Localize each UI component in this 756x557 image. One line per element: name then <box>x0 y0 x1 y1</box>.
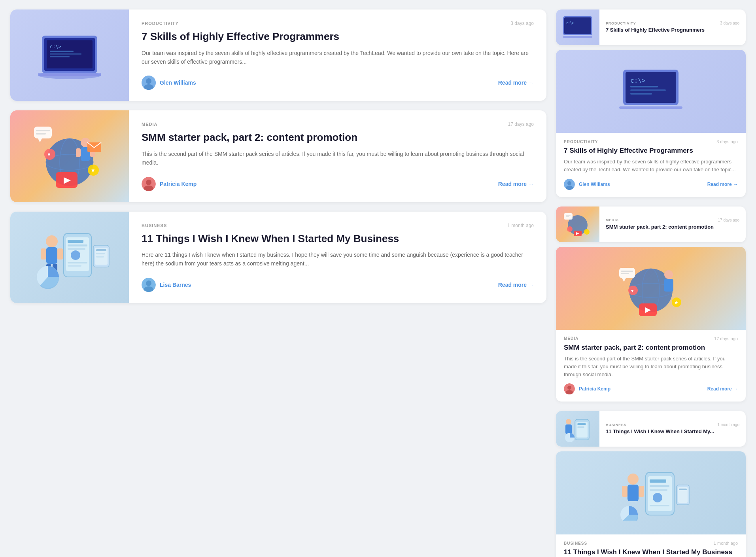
right-card-2-meta: MEDIA 17 days ago <box>606 218 739 222</box>
article-3-category: BUSINESS <box>142 223 167 228</box>
right-card-2-medium-title: SMM starter pack, part 2: content promot… <box>564 343 738 352</box>
svg-rect-24 <box>36 133 46 135</box>
svg-rect-68 <box>619 106 682 109</box>
right-card-1-title: 7 Skills of Highly Effective Programmers <box>606 27 739 34</box>
right-section-2: MEDIA 17 days ago SMM starter pack, part… <box>556 207 746 402</box>
right-card-2-category: MEDIA <box>606 218 619 222</box>
svg-point-114 <box>653 493 662 502</box>
svg-rect-107 <box>622 486 627 497</box>
article-1-title: 7 Skills of Highly Effective Programmers <box>142 30 534 43</box>
right-card-1-horizontal: c:\> PRODUCTIVITY 3 days ago 7 Skills of… <box>556 9 746 45</box>
article-3-author-name[interactable]: Lisa Barnes <box>160 282 191 288</box>
right-card-3-medium-content: BUSINESS 1 month ago 11 Things I Wish I … <box>556 534 746 557</box>
right-card-2-title: SMM starter pack, part 2: content promot… <box>606 224 739 231</box>
article-2-meta: MEDIA 17 days ago <box>142 121 534 127</box>
right-card-2-medium-avatar <box>564 383 575 394</box>
right-card-3-medium-title: 11 Things I Wish I Knew When I Started M… <box>564 548 738 556</box>
right-card-3-content: BUSINESS 1 month ago 11 Things I Wish I … <box>599 418 746 440</box>
right-card-2-medium-meta: MEDIA 17 days ago <box>564 336 738 341</box>
left-column: c:\> PRODUCTIVITY 3 days ago 7 Skills of… <box>10 9 546 557</box>
svg-rect-61 <box>563 36 592 38</box>
right-card-2-medium-content: MEDIA 17 days ago SMM starter pack, part… <box>556 330 746 402</box>
article-2-author-name[interactable]: Patricia Kemp <box>160 181 197 187</box>
article-1-image: c:\> <box>10 9 129 101</box>
right-card-3-time: 1 month ago <box>717 422 739 427</box>
article-2-content: MEDIA 17 days ago SMM starter pack, part… <box>129 110 546 202</box>
right-card-3-title: 11 Things I Wish I Knew When I Started M… <box>606 428 739 435</box>
right-card-3-medium-meta: BUSINESS 1 month ago <box>564 541 738 546</box>
svg-rect-43 <box>68 240 83 243</box>
svg-rect-75 <box>566 216 569 217</box>
svg-point-70 <box>567 181 571 185</box>
right-card-1-medium-title: 7 Skills of Highly Effective Programmers <box>564 146 738 155</box>
article-2-time: 17 days ago <box>508 121 534 127</box>
svg-rect-5 <box>50 51 74 52</box>
right-card-2-medium-author-name[interactable]: Patricia Kemp <box>579 386 610 392</box>
right-card-1-image: c:\> <box>556 9 599 45</box>
svg-rect-45 <box>68 248 85 250</box>
right-card-3-meta: BUSINESS 1 month ago <box>606 422 739 427</box>
svg-rect-108 <box>639 486 644 497</box>
article-2-image: ♥ ★ <box>10 110 129 202</box>
article-2-excerpt: This is the second part of the SMM start… <box>142 150 534 167</box>
right-card-2-horizontal: MEDIA 17 days ago SMM starter pack, part… <box>556 207 746 242</box>
article-1-category: PRODUCTIVITY <box>142 21 179 26</box>
right-card-2-medium-time: 17 days ago <box>714 336 738 341</box>
right-card-2-medium-footer: Patricia Kemp Read more <box>564 383 738 394</box>
right-card-1-medium-category: PRODUCTIVITY <box>564 140 598 144</box>
right-card-1-medium-footer: Glen Williams Read more <box>564 179 738 190</box>
svg-point-33 <box>146 180 151 185</box>
right-card-2-medium-excerpt: This is the second part of the SMM start… <box>564 355 738 379</box>
right-card-3-horizontal: BUSINESS 1 month ago 11 Things I Wish I … <box>556 411 746 447</box>
svg-text:★: ★ <box>91 167 96 173</box>
right-card-1-medium: c:\> PRODUCTIVITY 3 days ago 7 Skills of… <box>556 50 746 197</box>
article-2-avatar <box>142 177 156 191</box>
svg-rect-103 <box>577 426 584 428</box>
right-card-1-medium-read-more[interactable]: Read more <box>707 182 738 187</box>
svg-rect-38 <box>57 248 63 260</box>
right-column: c:\> PRODUCTIVITY 3 days ago 7 Skills of… <box>556 9 746 557</box>
article-1-author-name[interactable]: Glen Williams <box>160 80 196 86</box>
right-card-2-medium-category: MEDIA <box>564 336 578 341</box>
svg-point-56 <box>146 280 151 286</box>
svg-rect-21 <box>34 127 52 138</box>
right-card-2-image <box>556 207 599 242</box>
article-2-read-more[interactable]: Read more <box>498 181 534 187</box>
article-1-excerpt: Our team was inspired by the seven skill… <box>142 49 534 66</box>
glen-avatar-img <box>142 76 156 90</box>
right-card-1-time: 3 days ago <box>720 21 739 25</box>
right-card-3-medium-image <box>556 451 746 534</box>
svg-text:c:\>: c:\> <box>566 21 574 25</box>
right-card-2-medium-read-more[interactable]: Read more <box>707 386 738 392</box>
right-card-2-medium-author: Patricia Kemp <box>564 383 610 394</box>
article-1-read-more[interactable]: Read more <box>498 80 534 86</box>
svg-rect-44 <box>68 244 87 246</box>
right-card-3-image <box>556 411 599 447</box>
right-card-3-medium-category: BUSINESS <box>564 541 587 546</box>
right-card-1-meta: PRODUCTIVITY 3 days ago <box>606 21 739 25</box>
right-card-1-medium-author: Glen Williams <box>564 179 610 190</box>
svg-marker-86 <box>622 278 626 282</box>
svg-rect-87 <box>621 271 633 272</box>
svg-rect-52 <box>96 253 105 254</box>
svg-point-77 <box>584 229 590 235</box>
right-card-1-content: PRODUCTIVITY 3 days ago 7 Skills of High… <box>599 16 746 38</box>
article-2-title: SMM starter pack, part 2: content promot… <box>142 131 534 144</box>
svg-marker-22 <box>38 138 42 142</box>
svg-rect-99 <box>565 424 572 434</box>
svg-rect-19 <box>76 148 81 157</box>
svg-rect-23 <box>36 130 50 131</box>
right-card-2-medium: ♥ ★ MEDIA 17 days ago SMM starter pack, … <box>556 247 746 402</box>
right-section-3: BUSINESS 1 month ago 11 Things I Wish I … <box>556 411 746 557</box>
right-card-3-medium-time: 1 month ago <box>714 541 738 546</box>
svg-rect-59 <box>564 17 591 34</box>
svg-rect-7 <box>50 56 70 57</box>
article-1-author: Glen Williams <box>142 76 196 90</box>
article-3-read-more[interactable]: Read more <box>498 282 534 288</box>
svg-rect-37 <box>41 248 46 260</box>
svg-rect-115 <box>650 505 669 506</box>
right-card-1-medium-author-name[interactable]: Glen Williams <box>579 182 610 187</box>
svg-rect-88 <box>621 273 629 274</box>
svg-rect-65 <box>630 86 658 87</box>
svg-rect-6 <box>50 53 81 55</box>
